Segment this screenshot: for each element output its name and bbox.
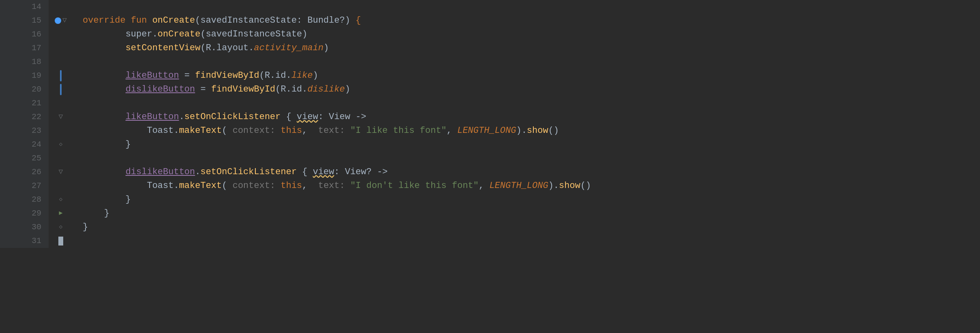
gutter-18 bbox=[49, 55, 73, 69]
fold-end-icon-28[interactable]: ◇ bbox=[59, 195, 62, 204]
code-content-20: dislikeButton = findViewById(R.id.dislik… bbox=[73, 83, 980, 96]
code-content-15: override fun onCreate(savedInstanceState… bbox=[73, 14, 980, 28]
code-line-22: 22 ▽ likeButton.setOnClickListener { vie… bbox=[0, 110, 980, 124]
line-num-27: 27 bbox=[0, 179, 49, 193]
arrow-icon-29: ▶ bbox=[59, 209, 62, 218]
code-content-21 bbox=[73, 96, 980, 110]
fold-end-icon-24[interactable]: ◇ bbox=[59, 140, 62, 149]
gutter-29: ▶ bbox=[49, 207, 73, 220]
code-content-31 bbox=[73, 234, 980, 248]
fold-end-icon-30[interactable]: ◇ bbox=[59, 223, 62, 232]
gutter-14 bbox=[49, 0, 73, 14]
gutter-16 bbox=[49, 28, 73, 41]
code-content-18 bbox=[73, 55, 980, 69]
code-content-19: likeButton = findViewById(R.id.like) bbox=[73, 69, 980, 83]
gutter-20 bbox=[49, 83, 73, 96]
code-content-22: likeButton.setOnClickListener { view: Vi… bbox=[73, 110, 980, 124]
gutter-26: ▽ bbox=[49, 165, 73, 179]
line-num-28: 28 bbox=[0, 193, 49, 207]
code-line-25: 25 bbox=[0, 152, 980, 165]
line-num-14: 14 bbox=[0, 0, 49, 14]
code-content-23: Toast.makeText( context: this, text: "I … bbox=[73, 124, 980, 138]
code-line-23: 23 Toast.makeText( context: this, text: … bbox=[0, 124, 980, 138]
fold-icon-26[interactable]: ▽ bbox=[59, 166, 63, 178]
code-line-29: 29 ▶ } bbox=[0, 207, 980, 220]
code-content-17: setContentView(R.layout.activity_main) bbox=[73, 41, 980, 55]
code-line-31: 31 bbox=[0, 234, 980, 248]
code-line-24: 24 ◇ } bbox=[0, 138, 980, 152]
fold-icon[interactable]: ▽ bbox=[62, 15, 67, 26]
code-line-21: 21 bbox=[0, 96, 980, 110]
code-content-25 bbox=[73, 152, 980, 165]
code-line-20: 20 dislikeButton = findViewById(R.id.dis… bbox=[0, 83, 980, 96]
gutter-30: ◇ bbox=[49, 220, 73, 234]
code-content-30: } bbox=[73, 220, 980, 234]
code-line-18: 18 bbox=[0, 55, 980, 69]
gutter-23 bbox=[49, 124, 73, 138]
code-line-26: 26 ▽ dislikeButton.setOnClickListener { … bbox=[0, 165, 980, 179]
code-line-27: 27 Toast.makeText( context: this, text: … bbox=[0, 179, 980, 193]
gutter-24: ◇ bbox=[49, 138, 73, 152]
gutter-17 bbox=[49, 41, 73, 55]
code-line-19: 19 likeButton = findViewById(R.id.like) bbox=[0, 69, 980, 83]
code-line-28: 28 ◇ } bbox=[0, 193, 980, 207]
fold-icon-22[interactable]: ▽ bbox=[59, 111, 63, 123]
line-num-21: 21 bbox=[0, 96, 49, 110]
code-editor: 14 15 ▽ override fun onCreate(savedInsta… bbox=[0, 0, 980, 333]
line-num-31: 31 bbox=[0, 234, 49, 248]
line-num-17: 17 bbox=[0, 41, 49, 55]
line-num-22: 22 bbox=[0, 110, 49, 124]
breakpoint-icon[interactable] bbox=[55, 17, 61, 24]
gutter-27 bbox=[49, 179, 73, 193]
code-content-14 bbox=[73, 0, 980, 14]
line-num-18: 18 bbox=[0, 55, 49, 69]
gutter-31 bbox=[49, 234, 73, 248]
code-line-30: 30 ◇ } bbox=[0, 220, 980, 234]
code-content-28: } bbox=[73, 193, 980, 207]
indent-guide-icon-2 bbox=[60, 84, 62, 95]
code-line-15: 15 ▽ override fun onCreate(savedInstance… bbox=[0, 14, 980, 28]
line-num-19: 19 bbox=[0, 69, 49, 83]
gutter-25 bbox=[49, 152, 73, 165]
line-num-25: 25 bbox=[0, 152, 49, 165]
code-content-27: Toast.makeText( context: this, text: "I … bbox=[73, 179, 980, 193]
line-num-16: 16 bbox=[0, 28, 49, 41]
code-content-29: } bbox=[73, 207, 980, 220]
gutter-19 bbox=[49, 69, 73, 83]
gutter-22: ▽ bbox=[49, 110, 73, 124]
line-num-24: 24 bbox=[0, 138, 49, 152]
line-num-29: 29 bbox=[0, 207, 49, 220]
gutter-15: ▽ bbox=[49, 14, 73, 28]
gutter-21 bbox=[49, 96, 73, 110]
code-line-16: 16 super.onCreate(savedInstanceState) bbox=[0, 28, 980, 41]
code-content-26: dislikeButton.setOnClickListener { view:… bbox=[73, 165, 980, 179]
line-num-23: 23 bbox=[0, 124, 49, 138]
code-line-14: 14 bbox=[0, 0, 980, 14]
line-num-26: 26 bbox=[0, 165, 49, 179]
indent-guide-icon bbox=[60, 70, 62, 81]
cursor-icon-31 bbox=[58, 237, 63, 245]
code-content-24: } bbox=[73, 138, 980, 152]
code-line-17: 17 setContentView(R.layout.activity_main… bbox=[0, 41, 980, 55]
line-num-30: 30 bbox=[0, 220, 49, 234]
gutter-28: ◇ bbox=[49, 193, 73, 207]
code-content-16: super.onCreate(savedInstanceState) bbox=[73, 28, 980, 41]
line-num-20: 20 bbox=[0, 83, 49, 96]
line-num-15: 15 bbox=[0, 14, 49, 28]
editor-body: 14 15 ▽ override fun onCreate(savedInsta… bbox=[0, 0, 980, 333]
